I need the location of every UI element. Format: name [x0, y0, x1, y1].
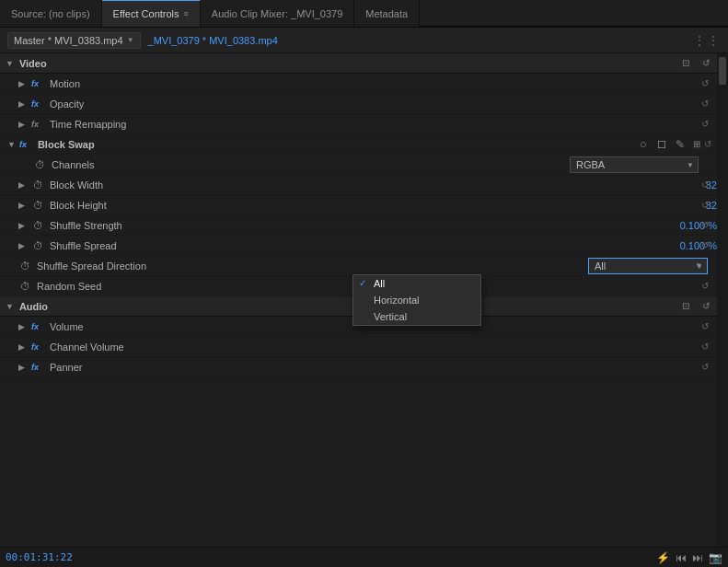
shuffle-spread-direction-label: Shuffle Spread Direction: [37, 260, 588, 272]
channels-dropdown-wrapper: RGBA RGB Alpha: [570, 156, 699, 173]
shuffle-strength-stopwatch-icon[interactable]: ⏱: [31, 219, 44, 232]
bottom-icons: ⚡ ⏮ ⏭ 📷: [656, 551, 722, 564]
circle-icon[interactable]: ○: [636, 137, 651, 152]
opacity-reset-button[interactable]: ↺: [699, 98, 711, 110]
shuffle-strength-expand-arrow[interactable]: ▶: [18, 221, 29, 230]
block-swap-fx-badge: fx: [19, 140, 34, 149]
panner-expand-arrow[interactable]: ▶: [18, 363, 29, 372]
random-seed-stopwatch-icon[interactable]: ⏱: [18, 280, 31, 293]
motion-expand-arrow[interactable]: ▶: [18, 79, 29, 88]
shuffle-spread-label: Shuffle Spread: [50, 240, 680, 251]
motion-fx-badge: fx: [31, 79, 46, 88]
audio-section-label: Audio: [19, 301, 48, 312]
chevron-down-icon: ▼: [127, 36, 134, 44]
panner-reset-button[interactable]: ↺: [699, 361, 711, 374]
dropdown-option-horizontal[interactable]: Horizontal: [353, 292, 480, 308]
timecode-display: 00:01:31:22: [6, 551, 73, 563]
block-swap-label: Block Swap: [38, 139, 636, 150]
shuffle-spread-direction-dropdown-wrapper: All ▼: [588, 258, 708, 274]
channel-volume-reset-button[interactable]: ↺: [699, 341, 711, 353]
block-swap-expand-arrow[interactable]: ▼: [7, 140, 16, 149]
volume-expand-arrow[interactable]: ▶: [18, 322, 29, 331]
effect-row-block-height: ▶ ⏱ Block Height 32 ↺: [0, 195, 728, 215]
block-height-label: Block Height: [50, 200, 706, 211]
block-height-expand-arrow[interactable]: ▶: [18, 201, 29, 210]
time-remapping-expand-arrow[interactable]: ▶: [18, 120, 29, 129]
block-swap-header: ▼ fx Block Swap ○ □ ✎ ⊞ ↺: [0, 134, 728, 155]
block-swap-reset-button[interactable]: ↺: [704, 139, 711, 149]
effect-row-shuffle-spread: ▶ ⏱ Shuffle Spread 0.100 % ↺: [0, 236, 728, 256]
volume-reset-button[interactable]: ↺: [699, 320, 711, 333]
channel-volume-expand-arrow[interactable]: ▶: [18, 342, 29, 352]
dropdown-option-vertical[interactable]: Vertical: [353, 308, 480, 325]
pencil-icon[interactable]: ✎: [673, 137, 688, 152]
channels-row: ⏱ Channels RGBA RGB Alpha: [0, 155, 728, 175]
block-width-label: Block Width: [50, 179, 706, 191]
block-height-stopwatch-icon[interactable]: ⏱: [31, 199, 44, 212]
master-clip-label: Master * MVI_0383.mp4: [14, 35, 123, 46]
menu-icon: ≡: [184, 9, 189, 18]
effect-row-shuffle-spread-direction: ⏱ Shuffle Spread Direction All ▼ All Hor…: [0, 256, 728, 276]
step-back-icon[interactable]: ⏮: [676, 551, 687, 564]
channels-stopwatch-icon[interactable]: ⏱: [33, 158, 46, 171]
master-clip-selector[interactable]: Master * MVI_0383.mp4 ▼: [7, 32, 141, 49]
effect-row-shuffle-strength: ▶ ⏱ Shuffle Strength 0.100 % ↺: [0, 215, 728, 236]
time-remapping-label: Time Remapping: [50, 119, 724, 130]
tab-source[interactable]: Source: (no clips): [0, 0, 102, 27]
panner-fx-badge: fx: [31, 363, 46, 372]
block-swap-icon-set: ○ □ ✎: [636, 137, 688, 152]
time-remapping-reset-button[interactable]: ↺: [699, 118, 711, 131]
effect-panel: ▼ Video ⊡ ↺ ▶ fx Motion ↺ ▶ fx Opacity ↺…: [0, 53, 728, 567]
tab-bar: Source: (no clips) Effect Controls ≡ Aud…: [0, 0, 728, 28]
step-forward-icon[interactable]: ⏭: [692, 551, 703, 564]
channels-dropdown[interactable]: RGBA RGB Alpha: [570, 156, 699, 173]
effect-row-motion: ▶ fx Motion ↺: [0, 74, 728, 94]
tab-source-label: Source: (no clips): [11, 8, 90, 19]
block-width-stopwatch-icon[interactable]: ⏱: [31, 179, 44, 191]
block-height-reset-button[interactable]: ↺: [699, 199, 711, 212]
effect-row-opacity: ▶ fx Opacity ↺: [0, 94, 728, 114]
shuffle-spread-expand-arrow[interactable]: ▶: [18, 241, 29, 250]
audio-reset-icon[interactable]: ↺: [702, 301, 710, 311]
effect-row-channel-volume: ▶ fx Channel Volume ↺: [0, 337, 728, 357]
dropdown-option-all-label: All: [374, 278, 385, 289]
filter-icon[interactable]: ⚡: [656, 551, 670, 564]
shuffle-spread-direction-stopwatch-icon[interactable]: ⏱: [18, 260, 31, 272]
opacity-label: Opacity: [50, 98, 724, 110]
bottom-bar: 00:01:31:22 ⚡ ⏮ ⏭ 📷: [0, 547, 728, 567]
time-remapping-fx-badge: fx: [31, 120, 46, 129]
tab-metadata-label: Metadata: [365, 8, 408, 19]
opacity-fx-badge: fx: [31, 99, 46, 109]
channel-volume-label: Channel Volume: [50, 341, 724, 353]
block-width-expand-arrow[interactable]: ▶: [18, 180, 29, 190]
shuffle-strength-reset-button[interactable]: ↺: [699, 219, 711, 232]
shuffle-spread-direction-dropdown[interactable]: All ▼: [588, 258, 708, 274]
shuffle-spread-stopwatch-icon[interactable]: ⏱: [31, 239, 44, 252]
dropdown-option-horizontal-label: Horizontal: [374, 295, 420, 306]
panel-menu-icon[interactable]: ⋮⋮: [693, 33, 721, 48]
dropdown-option-all[interactable]: All: [353, 275, 480, 292]
video-section-label: Video: [19, 58, 47, 69]
tab-audio-clip-mixer[interactable]: Audio Clip Mixer: _MVI_0379: [201, 0, 354, 27]
camera-icon[interactable]: 📷: [709, 551, 722, 564]
audio-expand-arrow[interactable]: ▼: [6, 302, 14, 311]
tab-metadata[interactable]: Metadata: [354, 0, 420, 27]
tab-effect-controls[interactable]: Effect Controls ≡: [102, 0, 201, 27]
clip-path-label: _MVI_0379 * MVI_0383.mp4: [148, 35, 278, 46]
shuffle-spread-reset-button[interactable]: ↺: [699, 239, 711, 252]
video-reset-icon[interactable]: ↺: [702, 58, 710, 68]
video-expand-arrow[interactable]: ▼: [6, 59, 14, 68]
add-keyframe-icon[interactable]: ⊞: [693, 139, 700, 149]
video-scroll-icon: ⊡: [682, 58, 689, 68]
channels-label: Channels: [52, 159, 570, 170]
shuffle-direction-dropdown-popup: All Horizontal Vertical: [352, 274, 481, 326]
motion-label: Motion: [50, 78, 724, 89]
video-section-header: ▼ Video ⊡ ↺: [0, 53, 728, 74]
audio-scroll-icon: ⊡: [682, 301, 689, 311]
opacity-expand-arrow[interactable]: ▶: [18, 99, 29, 109]
square-icon[interactable]: □: [654, 137, 669, 152]
motion-reset-button[interactable]: ↺: [699, 77, 711, 90]
tab-effect-controls-label: Effect Controls: [113, 8, 179, 19]
random-seed-reset-button[interactable]: ↺: [699, 280, 711, 293]
block-width-reset-button[interactable]: ↺: [699, 179, 711, 191]
